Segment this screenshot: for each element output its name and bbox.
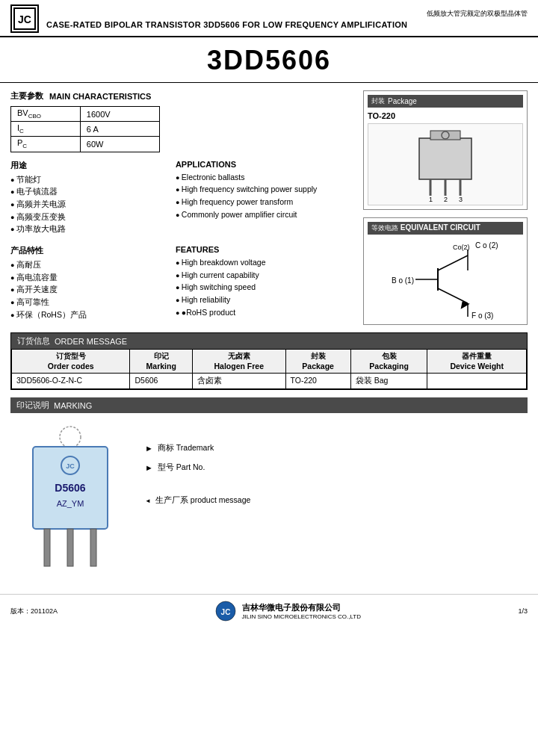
part-number-section: 3DD5606 [0, 37, 538, 83]
marking-labels: ► 商标 Trademark ► 型号 Part No. ◄ 生产厂系 prod… [145, 421, 520, 571]
svg-text:2: 2 [444, 196, 448, 202]
cell-packaging: 袋装 Bag [350, 374, 427, 389]
order-chinese: 订货信息 [17, 335, 50, 347]
arrow-icon: ◄ [145, 498, 151, 504]
cell-halogen: 含卤素 [192, 374, 285, 389]
applications-english-title: APPLICATIONS [176, 160, 356, 169]
features-chinese-title: 产品特性 [10, 245, 161, 256]
val-bvcbo: 1600V [80, 107, 159, 122]
equiv-chinese: 等效电路 [371, 224, 398, 232]
equiv-header: 等效电路 EQUIVALENT CIRCUIT [368, 222, 523, 235]
footer-page: 1/3 [518, 607, 528, 615]
param-bvcbo: BVCBO [11, 107, 81, 122]
equiv-circuit-image: C o (2) B o (1) [368, 238, 523, 320]
part-number: 3DD5606 [0, 45, 538, 76]
order-section: 订货信息 ORDER MESSAGE 订货型号 Order codes 印记 M… [10, 332, 528, 390]
list-item: High current capability [176, 270, 356, 281]
footer-company-english: JILIN SINO MICROELECTRONICS CO.,LTD [242, 613, 361, 620]
table-row: 3DD5606-O-Z-N-C D5606 含卤素 TO-220 袋装 Bag [12, 374, 527, 389]
order-english: ORDER MESSAGE [55, 337, 127, 346]
applications-section: 用途 节能灯 电子镇流器 高频并关电源 高频变压变换 功率放大电路 APPLIC… [10, 160, 356, 236]
col-packaging: 包装 Packaging [350, 350, 427, 374]
svg-text:JC: JC [66, 462, 75, 470]
list-item: 高电流容量 [10, 272, 161, 283]
label-trademark: ► 商标 Trademark [145, 443, 520, 453]
list-item: 高耐压 [10, 259, 161, 270]
val-ic: 6 A [80, 122, 159, 137]
param-pc: PC [11, 137, 81, 152]
package-header: 封装 Package [368, 95, 523, 108]
col-marking: 印记 Marking [130, 350, 192, 374]
svg-text:AZ_YM: AZ_YM [57, 499, 84, 508]
col-package: 封装 Package [285, 350, 350, 374]
footer-company-chinese: 吉林华微电子股份有限公司 [242, 602, 361, 613]
order-table: 订货型号 Order codes 印记 Marking 无卤素 Halogen … [11, 349, 527, 389]
partno-label: 型号 Part No. [158, 462, 205, 473]
applications-chinese-title: 用途 [10, 160, 161, 171]
equiv-english: EQUIVALENT CIRCUIT [401, 223, 480, 232]
header-chinese: 低频放大管完额定的双极型晶体管 [46, 9, 528, 19]
main-char-english: MAIN CHARACTERISTICS [49, 92, 151, 101]
marking-chinese: 印记说明 [16, 400, 49, 411]
package-image: 1 2 3 [368, 123, 523, 205]
list-item: ●RoHS product [176, 307, 356, 318]
main-char-header: 主要参数 MAIN CHARACTERISTICS [10, 90, 356, 102]
svg-text:JC: JC [18, 13, 31, 25]
header-text: 低频放大管完额定的双极型晶体管 CASE-RATED BIPOLAR TRANS… [46, 9, 528, 29]
equivalent-circuit-box: 等效电路 EQUIVALENT CIRCUIT C o (2) B o (1) [363, 217, 528, 325]
cell-order-code: 3DD5606-O-Z-N-C [12, 374, 130, 389]
svg-text:D5606: D5606 [55, 482, 85, 494]
svg-text:C o (2): C o (2) [475, 241, 498, 250]
productmsg-label: 生产厂系 product message [155, 495, 250, 506]
footer-logo-icon: JC [215, 601, 236, 622]
marking-device: JC D5606 AZ_YM [18, 421, 130, 571]
svg-rect-28 [44, 529, 50, 566]
svg-rect-29 [67, 529, 73, 566]
svg-text:1: 1 [429, 196, 433, 202]
header-main-title: CASE-RATED BIPOLAR TRANSISTOR 3DD5606 FO… [46, 20, 528, 29]
col-device-weight: 器件重量 Device Weight [427, 350, 527, 374]
list-item: High breakdown voltage [176, 257, 356, 268]
list-item: 环保（RoHS）产品 [10, 309, 161, 320]
right-column: 封装 Package TO-220 1 [363, 90, 528, 325]
package-chinese: 封装 [371, 96, 385, 106]
package-box: 封装 Package TO-220 1 [363, 90, 528, 210]
package-english: Package [388, 97, 417, 105]
col-order-codes: 订货型号 Order codes [12, 350, 130, 374]
svg-line-16 [438, 255, 468, 270]
table-header-row: 订货型号 Order codes 印记 Marking 无卤素 Halogen … [12, 350, 527, 374]
features-chinese-list: 高耐压 高电流容量 高开关速度 高可靠性 环保（RoHS）产品 [10, 259, 161, 320]
features-english-title: FEATURES [176, 245, 356, 254]
applications-chinese-list: 节能灯 电子镇流器 高频并关电源 高频变压变换 功率放大电路 [10, 174, 161, 235]
svg-line-17 [438, 288, 468, 303]
list-item: 高频变压变换 [10, 211, 161, 223]
svg-text:JC: JC [220, 608, 230, 616]
val-pc: 60W [80, 137, 159, 152]
company-logo: JC [10, 4, 39, 33]
features-english-list: High breakdown voltage High current capa… [176, 257, 356, 317]
transistor-symbol: C o (2) B o (1) [378, 235, 513, 324]
list-item: High reliability [176, 294, 356, 306]
footer-logo: JC 吉林华微电子股份有限公司 JILIN SINO MICROELECTRON… [215, 601, 361, 622]
marking-device-drawing: JC D5606 AZ_YM [18, 421, 123, 570]
param-ic: IC [11, 122, 81, 137]
cell-marking: D5606 [130, 374, 192, 389]
footer-version: 版本：201102A [10, 607, 58, 616]
to220-drawing: 1 2 3 [401, 127, 490, 202]
trademark-label: 商标 Trademark [158, 443, 214, 453]
applications-left: 用途 节能灯 电子镇流器 高频并关电源 高频变压变换 功率放大电路 [10, 160, 161, 236]
list-item: High switching speed [176, 282, 356, 293]
characteristics-table: BVCBO 1600V IC 6 A PC 60W [10, 106, 160, 152]
table-row: PC 60W [11, 137, 160, 152]
footer-company: 吉林华微电子股份有限公司 JILIN SINO MICROELECTRONICS… [242, 602, 361, 620]
col-halogen-free: 无卤素 Halogen Free [192, 350, 285, 374]
list-item: 高频并关电源 [10, 199, 161, 210]
table-row: BVCBO 1600V [11, 107, 160, 122]
list-item: Commonly power amplifier circuit [176, 209, 356, 220]
svg-text:F o (3): F o (3) [471, 312, 493, 320]
header: JC 低频放大管完额定的双极型晶体管 CASE-RATED BIPOLAR TR… [0, 0, 538, 37]
list-item: High frequency switching power supply [176, 184, 356, 195]
features-right: FEATURES High breakdown voltage High cur… [176, 245, 356, 321]
main-content: 主要参数 MAIN CHARACTERISTICS BVCBO 1600V IC… [0, 83, 538, 332]
svg-rect-3 [430, 131, 460, 140]
